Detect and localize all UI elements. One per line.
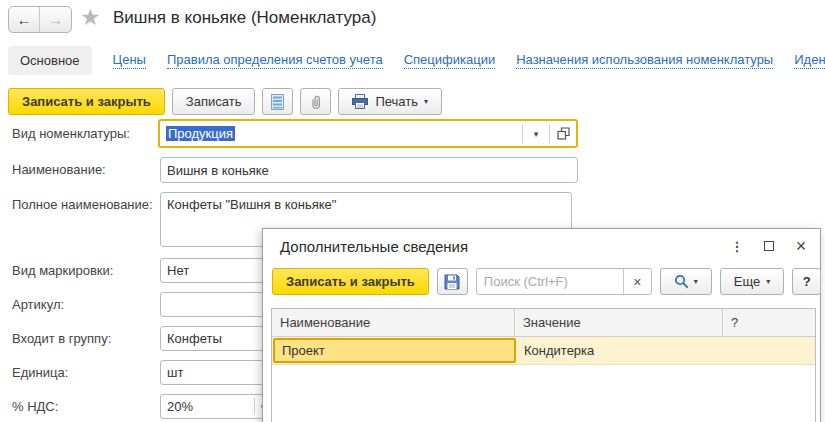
print-label: Печать bbox=[375, 94, 418, 109]
search-group: Поиск (Ctrl+F) × bbox=[476, 268, 652, 295]
tab-bar: Основное Цены Правила определения счетов… bbox=[8, 45, 825, 75]
name-value: Вишня в коньяке bbox=[161, 163, 577, 178]
additional-info-table: Наименование Значение ? Проект Кондитерк… bbox=[271, 308, 816, 422]
chevron-down-icon: ▾ bbox=[766, 277, 770, 286]
tab-usage-purposes[interactable]: Назначения использования номенклатуры bbox=[516, 52, 773, 69]
forward-button[interactable]: → bbox=[40, 7, 71, 32]
chevron-down-icon: ▾ bbox=[694, 277, 698, 286]
help-button[interactable]: ? bbox=[792, 268, 821, 295]
favorite-star-icon[interactable]: ★ bbox=[80, 4, 101, 31]
show-in-list-button[interactable] bbox=[262, 88, 293, 115]
tab-main[interactable]: Основное bbox=[8, 46, 92, 75]
marking-kind-label: Вид маркировки: bbox=[12, 258, 113, 283]
full-name-label: Полное наименование: bbox=[12, 196, 153, 214]
save-close-button[interactable]: Записать и закрыть bbox=[8, 88, 165, 115]
attachments-button[interactable] bbox=[300, 88, 331, 115]
more-button[interactable]: Еще ▾ bbox=[720, 268, 784, 295]
vat-input[interactable]: 20% ▾ bbox=[160, 394, 272, 419]
list-icon bbox=[271, 94, 284, 110]
save-button[interactable]: Записать bbox=[172, 88, 256, 115]
item-kind-label: Вид номенклатуры: bbox=[12, 119, 130, 148]
search-input[interactable]: Поиск (Ctrl+F) bbox=[477, 269, 623, 294]
main-toolbar: Записать и закрыть Записать bbox=[8, 88, 442, 115]
tab-specifications[interactable]: Спецификации bbox=[404, 52, 496, 69]
magnifier-icon bbox=[674, 274, 689, 289]
additional-info-dialog: Дополнительные сведения ⋮ × Записать и з… bbox=[262, 228, 821, 422]
item-kind-input[interactable]: Продукция ▾ bbox=[158, 119, 578, 148]
open-form-icon bbox=[557, 127, 570, 140]
kebab-menu-button[interactable]: ⋮ bbox=[728, 236, 746, 256]
dialog-toolbar: Записать и закрыть Поиск (Ctrl+F) × bbox=[272, 268, 821, 295]
maximize-button[interactable] bbox=[760, 236, 778, 256]
column-header-value[interactable]: Значение bbox=[515, 309, 723, 336]
tab-prices[interactable]: Цены bbox=[113, 52, 146, 69]
main-window: { "colors": { "accent_yellow": "#fed800"… bbox=[0, 0, 825, 422]
item-kind-dropdown-button[interactable]: ▾ bbox=[523, 129, 549, 139]
dialog-save-close-label: Записать и закрыть bbox=[286, 274, 415, 289]
name-label: Наименование: bbox=[12, 157, 106, 183]
paperclip-icon bbox=[308, 94, 324, 110]
more-label: Еще bbox=[734, 274, 760, 289]
tab-account-rules[interactable]: Правила определения счетов учета bbox=[167, 52, 383, 69]
item-kind-open-button[interactable] bbox=[550, 127, 576, 140]
unit-label: Единица: bbox=[12, 360, 68, 385]
search-options-button[interactable]: ▾ bbox=[660, 268, 712, 295]
article-label: Артикул: bbox=[12, 292, 64, 317]
item-kind-value: Продукция bbox=[166, 126, 235, 141]
full-name-value: Конфеты "Вишня в коньяке" bbox=[161, 193, 571, 216]
floppy-disk-icon bbox=[444, 274, 460, 290]
save-close-label: Записать и закрыть bbox=[22, 94, 151, 109]
cell-property-name[interactable]: Проект bbox=[273, 338, 516, 363]
column-header-question[interactable]: ? bbox=[723, 309, 815, 336]
chevron-down-icon: ▾ bbox=[424, 97, 428, 106]
cell-property-value[interactable]: Кондитерка bbox=[516, 337, 724, 364]
table-row[interactable]: Проект Кондитерка bbox=[272, 337, 815, 365]
group-label: Входит в группу: bbox=[12, 326, 111, 351]
maximize-icon bbox=[764, 241, 774, 251]
column-header-name[interactable]: Наименование bbox=[272, 309, 515, 336]
dialog-save-close-button[interactable]: Записать и закрыть bbox=[272, 268, 429, 295]
save-label: Записать bbox=[186, 94, 242, 109]
dialog-title: Дополнительные сведения bbox=[280, 238, 468, 255]
dialog-save-button[interactable] bbox=[437, 268, 468, 295]
search-clear-button[interactable]: × bbox=[623, 269, 651, 294]
vat-label: % НДС: bbox=[12, 394, 58, 419]
back-button[interactable]: ← bbox=[9, 7, 40, 32]
dialog-titlebar[interactable]: Дополнительные сведения ⋮ × bbox=[263, 229, 820, 267]
help-label: ? bbox=[803, 274, 811, 289]
dialog-window-controls: ⋮ × bbox=[728, 236, 810, 256]
page-title: Вишня в коньяке (Номенклатура) bbox=[113, 8, 376, 28]
print-button[interactable]: Печать ▾ bbox=[338, 88, 442, 115]
name-input[interactable]: Вишня в коньяке bbox=[160, 157, 578, 183]
cell-question[interactable] bbox=[724, 337, 815, 364]
history-nav: ← → bbox=[8, 6, 72, 33]
tab-identifiers[interactable]: Идентифи bbox=[794, 52, 825, 69]
printer-icon bbox=[352, 94, 368, 109]
close-button[interactable]: × bbox=[792, 236, 810, 256]
table-header-row: Наименование Значение ? bbox=[272, 309, 815, 337]
vat-value: 20% bbox=[161, 399, 254, 414]
